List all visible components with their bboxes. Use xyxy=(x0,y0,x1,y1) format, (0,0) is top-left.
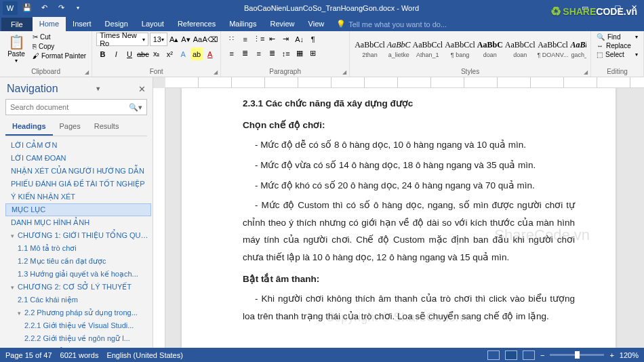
tree-item[interactable]: 1.2 Mục tiêu cần đạt được xyxy=(5,255,151,268)
document-page[interactable]: 2.3.1 Các chức năng đã xây dựng được Chọ… xyxy=(182,88,616,348)
style-item-4[interactable]: AaBbCdoan xyxy=(477,33,504,65)
tab-mailings[interactable]: Mailings xyxy=(222,17,263,31)
search-icon[interactable]: 🔍▾ xyxy=(129,103,142,112)
highlight-icon[interactable]: ab xyxy=(190,47,203,60)
multilevel-icon[interactable]: ⋮≡ xyxy=(252,33,265,45)
zoom-in-icon[interactable]: + xyxy=(609,351,613,359)
clipboard-expand-icon[interactable]: ◢ xyxy=(85,69,89,75)
nav-tab-headings[interactable]: Headings xyxy=(5,119,53,136)
numbering-icon[interactable]: ≡ xyxy=(239,33,251,45)
tab-references[interactable]: References xyxy=(171,17,222,31)
tab-review[interactable]: Review xyxy=(264,17,302,31)
increase-indent-icon[interactable]: ⇥ xyxy=(279,33,292,45)
save-icon[interactable]: 💾 xyxy=(20,1,35,15)
tab-layout[interactable]: Layout xyxy=(135,17,171,31)
font-color-icon[interactable]: A xyxy=(203,47,216,60)
print-layout-icon[interactable] xyxy=(505,350,517,360)
undo-icon[interactable]: ↶ xyxy=(37,1,52,15)
page-scroll[interactable]: 2.3.1 Các chức năng đã xây dựng được Chọ… xyxy=(165,88,632,348)
borders-icon[interactable]: ⊞ xyxy=(306,47,319,60)
redo-icon[interactable]: ↷ xyxy=(54,1,68,15)
replace-button[interactable]: ↔Replace xyxy=(595,41,639,50)
zoom-out-icon[interactable]: − xyxy=(540,351,544,359)
paste-button[interactable]: 📋 Paste ▾ xyxy=(4,33,28,64)
tree-item[interactable]: LỜI CẢM ƠN xyxy=(5,139,151,152)
underline-button[interactable]: U xyxy=(123,47,136,60)
tree-item[interactable]: PHIẾU ĐÁNH GIÁ ĐỀ TÀI TỐT NGHIỆP xyxy=(5,178,151,190)
zoom-slider[interactable] xyxy=(550,354,604,356)
tab-view[interactable]: View xyxy=(302,17,331,31)
search-input[interactable] xyxy=(10,103,129,111)
align-right-icon[interactable]: ≡ xyxy=(252,47,265,60)
style-item-6[interactable]: AaBbCcl¶ DOANV... xyxy=(537,33,569,65)
tab-file[interactable]: File xyxy=(1,18,33,31)
style-item-5[interactable]: AaBbCcldoan xyxy=(504,33,536,65)
cut-button[interactable]: ✂Cut xyxy=(31,33,87,41)
nav-tab-results[interactable]: Results xyxy=(87,119,126,136)
line-spacing-icon[interactable]: ↕≡ xyxy=(279,47,292,60)
shrink-font-icon[interactable]: A▾ xyxy=(180,33,190,46)
format-painter-button[interactable]: 🖌Format Painter xyxy=(31,52,87,60)
grow-font-icon[interactable]: A▴ xyxy=(169,33,179,46)
style-item-2[interactable]: AaBbCclAthan_1 xyxy=(411,33,443,65)
nav-close-icon[interactable]: ✕ xyxy=(138,84,146,94)
font-size-combo[interactable]: 13▾ xyxy=(150,33,167,46)
clear-format-icon[interactable]: A⌫ xyxy=(204,33,216,46)
font-name-combo[interactable]: Times New Ro▾ xyxy=(96,33,148,46)
subscript-button[interactable]: x₂ xyxy=(150,47,163,60)
nav-search-box[interactable]: 🔍▾ xyxy=(5,99,147,115)
text-effects-icon[interactable]: A xyxy=(177,47,190,60)
style-item-3[interactable]: AaBbCcl¶ bang xyxy=(444,33,476,65)
align-left-icon[interactable]: ≡ xyxy=(225,47,238,60)
page-indicator[interactable]: Page 15 of 47 xyxy=(5,351,52,359)
nav-dropdown-icon[interactable]: ▼ xyxy=(95,85,101,92)
tree-item[interactable]: Ý KIẾN NHẬN XÉT xyxy=(5,190,151,203)
copy-button[interactable]: ⎘Copy xyxy=(31,42,87,51)
tab-insert[interactable]: Insert xyxy=(66,17,98,31)
style-item-0[interactable]: AaBbCcl2than xyxy=(354,33,386,65)
tree-item[interactable]: ▾CHƯƠNG 2: CƠ SỞ LÝ THUYẾT xyxy=(5,281,151,294)
tree-item[interactable]: LỜI CAM ĐOAN xyxy=(5,152,151,165)
language-indicator[interactable]: English (United States) xyxy=(106,351,183,359)
tree-item[interactable]: NHẬN XÉT CỦA NGƯỜI HƯỚNG DẪN xyxy=(5,165,151,178)
qat-customize-icon[interactable]: ▾ xyxy=(71,1,85,15)
tree-item[interactable]: DANH MỤC HÌNH ẢNH xyxy=(5,216,151,229)
style-item-1[interactable]: AaBbCa_lietke xyxy=(386,33,411,65)
tree-item[interactable]: 2.1 Các khái niệm xyxy=(5,294,151,306)
decrease-indent-icon[interactable]: ⇤ xyxy=(266,33,279,45)
font-expand-icon[interactable]: ◢ xyxy=(214,69,218,75)
tree-item[interactable]: ▾CHƯƠNG 1: GIỚI THIỆU TỔNG QUAN xyxy=(5,229,151,242)
tree-item[interactable]: 1.3 Hướng giải quyết và kế hoạch... xyxy=(5,268,151,281)
justify-icon[interactable]: ≣ xyxy=(266,47,279,60)
bold-button[interactable]: B xyxy=(96,47,109,60)
strike-button[interactable]: abc xyxy=(136,47,149,60)
select-button[interactable]: ⬚Select▾ xyxy=(595,50,639,59)
shading-icon[interactable]: ▦ xyxy=(293,47,306,60)
bullets-icon[interactable]: ∷ xyxy=(225,33,238,45)
tree-item[interactable]: 2.2.2 Giới thiệu về ngôn ngữ l... xyxy=(5,332,151,345)
tell-me[interactable]: 💡Tell me what you want to do... xyxy=(331,17,452,31)
tree-item[interactable]: 1.1 Mô tả trò chơi xyxy=(5,242,151,255)
ruler-horizontal[interactable] xyxy=(165,77,644,88)
nav-tab-pages[interactable]: Pages xyxy=(53,119,87,136)
zoom-level[interactable]: 120% xyxy=(620,351,639,359)
tree-item[interactable]: ▾2.2 Phương pháp sử dụng trong... xyxy=(5,306,151,319)
find-button[interactable]: 🔍Find▾ xyxy=(595,33,639,41)
read-mode-icon[interactable] xyxy=(487,350,500,360)
word-count[interactable]: 6021 words xyxy=(60,351,99,359)
italic-button[interactable]: I xyxy=(110,47,123,60)
tree-item[interactable]: ▾2.3 Kết quả nghiên cứu lý thuyết... xyxy=(5,345,151,348)
nav-tree[interactable]: LỜI CẢM ƠNLỜI CAM ĐOANNHẬN XÉT CỦA NGƯỜI… xyxy=(1,136,151,348)
sort-icon[interactable]: A↓ xyxy=(293,33,306,45)
style-item-7[interactable]: AaBbCcgach_dau xyxy=(570,33,586,65)
ruler-vertical[interactable] xyxy=(153,88,165,348)
tree-item[interactable]: MỤC LỤC xyxy=(5,203,151,216)
align-center-icon[interactable]: ≣ xyxy=(239,47,251,60)
show-marks-icon[interactable]: ¶ xyxy=(306,33,319,45)
styles-expand-icon[interactable]: ◢ xyxy=(584,69,588,75)
paragraph-expand-icon[interactable]: ◢ xyxy=(342,69,346,75)
superscript-button[interactable]: x² xyxy=(163,47,176,60)
web-layout-icon[interactable] xyxy=(523,350,535,360)
tree-item[interactable]: 2.2.1 Giới thiệu về Visual Studi... xyxy=(5,319,151,332)
tab-design[interactable]: Design xyxy=(98,17,135,31)
